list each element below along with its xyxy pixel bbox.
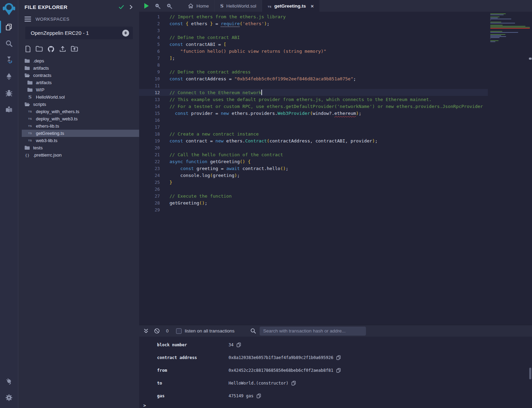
create-file-icon[interactable] xyxy=(25,46,31,53)
clear-console-icon[interactable] xyxy=(154,328,160,334)
tree-item-artifacts[interactable]: artifacts xyxy=(22,79,139,86)
tab-home[interactable]: Home xyxy=(182,0,215,12)
zoom-in-icon[interactable] xyxy=(166,3,172,9)
code-line-1[interactable]: 1// Import ethers from the ethers.js lib… xyxy=(139,13,488,20)
tree-item-scripts[interactable]: scripts xyxy=(22,101,139,108)
tab-helloworld-sol[interactable]: SHelloWorld.sol xyxy=(215,0,262,12)
sidebar-item-settings[interactable] xyxy=(0,389,18,406)
github-clone-icon[interactable] xyxy=(47,46,55,53)
copy-icon[interactable] xyxy=(336,355,341,360)
code-line-11[interactable]: 11 xyxy=(139,82,488,89)
terminal-row-value: 0x42452c22c88178685850e68beb6cf0f2aeab8f… xyxy=(229,368,333,373)
line-content: // Import ethers from the ethers.js libr… xyxy=(170,14,286,19)
code-line-22[interactable]: 22async function getGreeting() { xyxy=(139,158,488,165)
remix-logo-icon xyxy=(2,2,16,17)
code-line-26[interactable]: 26 xyxy=(139,186,488,192)
tree-item-deploy-with-ethers-ts[interactable]: TSdeploy_with_ethers.ts xyxy=(22,108,139,115)
code-line-2[interactable]: 2const { ethers } = require('ethers'); xyxy=(139,20,488,27)
line-number: 7 xyxy=(139,56,160,61)
code-line-8[interactable]: 8 xyxy=(139,61,488,68)
code-line-13[interactable]: 13// This example uses the default provi… xyxy=(139,96,488,103)
line-number: 21 xyxy=(139,152,160,157)
workspace-select[interactable]: OpenZeppelin ERC20 - 1 xyxy=(25,27,133,39)
code-line-14[interactable]: 14// For a testnet or custom RPC, use et… xyxy=(139,103,488,110)
code-line-15[interactable]: 15 const provider = new ethers.providers… xyxy=(139,110,488,117)
workspace-ok-check-icon[interactable] xyxy=(118,4,124,10)
line-number: 22 xyxy=(139,159,160,164)
line-content: const contractAddress = "0xb54febb5c0c0f… xyxy=(170,76,356,81)
code-line-5[interactable]: 5const contractABI = [ xyxy=(139,41,488,48)
chevron-right-icon[interactable] xyxy=(128,4,134,10)
scrollbar-decoration[interactable] xyxy=(529,58,532,60)
line-number: 13 xyxy=(139,97,160,102)
terminal-header: 0 listen on all transactions xyxy=(139,325,532,337)
code-line-25[interactable]: 25} xyxy=(139,179,488,186)
line-number: 1 xyxy=(139,14,160,19)
sidebar-item-search[interactable] xyxy=(0,35,18,52)
tree-item-getgreeting-ts[interactable]: TSgetGreeting.ts xyxy=(22,130,139,137)
code-line-17[interactable]: 17 xyxy=(139,123,488,130)
sidebar-item-learneth[interactable] xyxy=(0,101,18,118)
terminal-expand-icon[interactable] xyxy=(143,328,149,334)
tree-item-helloworld-sol[interactable]: SHelloWorld.sol xyxy=(22,93,139,101)
code-editor[interactable]: 1// Import ethers from the ethers.js lib… xyxy=(139,12,532,325)
folder-icon xyxy=(27,88,33,92)
upload-folder-icon[interactable] xyxy=(71,46,78,53)
create-folder-icon[interactable] xyxy=(36,46,43,53)
upload-file-icon[interactable] xyxy=(59,46,66,53)
code-line-7[interactable]: 7]; xyxy=(139,54,488,61)
sidebar-item-file-explorer[interactable] xyxy=(0,19,18,35)
code-line-23[interactable]: 23 const greeting = await contract.hello… xyxy=(139,165,488,172)
tree-item-artifacts[interactable]: artifacts xyxy=(22,64,139,72)
terminal-row-label: contract address xyxy=(157,355,229,360)
zoom-out-icon[interactable] xyxy=(155,3,161,9)
sidebar-item-deploy-and-run[interactable] xyxy=(0,68,18,85)
terminal-row-value: HelloWorld.(constructor) xyxy=(229,381,288,386)
copy-icon[interactable] xyxy=(336,368,341,373)
terminal-scrollbar-thumb[interactable] xyxy=(529,368,531,379)
sidebar-item-solidity-compiler[interactable] xyxy=(0,52,18,68)
close-tab-icon[interactable]: × xyxy=(311,3,314,9)
tree-item--deps[interactable]: .deps xyxy=(22,57,139,64)
tab-getgreeting-ts[interactable]: TSgetGreeting.ts× xyxy=(262,0,320,12)
line-content: console.log(greeting); xyxy=(170,173,240,178)
sidebar-item-plugin-manager[interactable] xyxy=(0,373,18,389)
code-line-28[interactable]: 28getGreeting(); xyxy=(139,199,488,206)
code-line-6[interactable]: 6 "function hello() public view returns … xyxy=(139,48,488,54)
code-line-19[interactable]: 19const contract = new ethers.Contract(c… xyxy=(139,137,488,144)
code-line-18[interactable]: 18// Create a new contract instance xyxy=(139,130,488,137)
line-content: getGreeting(); xyxy=(170,200,207,206)
workspaces-menu-icon[interactable] xyxy=(25,17,31,22)
tree-item-deploy-with-web3-ts[interactable]: TSdeploy_with_web3.ts xyxy=(22,115,139,122)
tree-item--prettierrc-json[interactable]: { }.prettierrc.json xyxy=(22,151,139,159)
folder-icon xyxy=(25,146,30,150)
tree-item-web3-lib-ts[interactable]: TSweb3-lib.ts xyxy=(22,137,139,144)
code-line-20[interactable]: 20 xyxy=(139,144,488,151)
minimap[interactable] xyxy=(490,13,530,43)
remix-logo[interactable] xyxy=(0,0,18,19)
copy-icon[interactable] xyxy=(257,394,261,398)
tree-item-ethers-lib-ts[interactable]: TSethers-lib.ts xyxy=(22,122,139,130)
code-line-27[interactable]: 27// Execute the function xyxy=(139,192,488,199)
code-line-10[interactable]: 10const contractAddress = "0xb54febb5c0c… xyxy=(139,75,488,82)
code-line-29[interactable]: 29 xyxy=(139,206,488,213)
tree-item-contracts[interactable]: contracts xyxy=(22,72,139,79)
code-line-12[interactable]: 12// Connect to the Ethereum network xyxy=(139,89,488,96)
code-line-21[interactable]: 21// Call the hello function of the cont… xyxy=(139,151,488,158)
code-line-3[interactable]: 3 xyxy=(139,27,488,34)
tree-item-tests[interactable]: tests xyxy=(22,144,139,151)
terminal-prompt[interactable]: > xyxy=(139,403,532,408)
copy-icon[interactable] xyxy=(236,342,241,347)
terminal-search-input[interactable] xyxy=(260,327,366,336)
tab-label: getGreeting.ts xyxy=(274,3,306,9)
sidebar-item-debugger[interactable] xyxy=(0,85,18,101)
copy-icon[interactable] xyxy=(291,381,296,386)
tree-item-wip[interactable]: WIP xyxy=(22,86,139,93)
listen-transactions-checkbox[interactable] xyxy=(176,328,182,334)
code-line-24[interactable]: 24 console.log(greeting); xyxy=(139,172,488,179)
code-line-4[interactable]: 4// Define the contract ABI xyxy=(139,34,488,41)
code-line-16[interactable]: 16 xyxy=(139,117,488,123)
run-script-button[interactable] xyxy=(144,3,149,9)
code-line-9[interactable]: 9// Define the contract address xyxy=(139,68,488,75)
line-number: 6 xyxy=(139,49,160,54)
